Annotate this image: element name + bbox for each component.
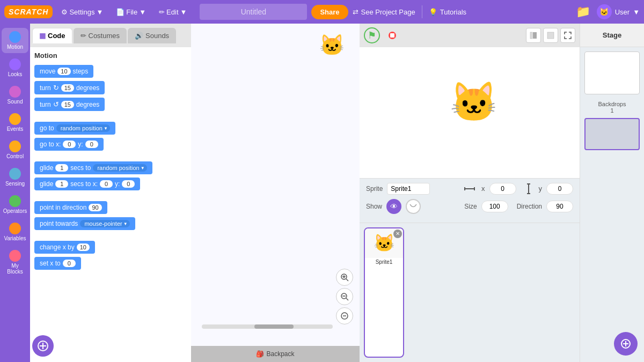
x-value-input[interactable]: [489, 183, 516, 195]
sidebar-label-events: Events: [7, 126, 24, 132]
file-menu[interactable]: 📄 File ▼: [112, 6, 150, 18]
block-glide-pos[interactable]: glide 1 secs to random position: [34, 161, 152, 174]
file-chevron-icon: ▼: [139, 8, 146, 16]
stage-sprite-cat: 🐱: [450, 79, 498, 125]
size-input[interactable]: [481, 201, 508, 212]
add-sprite-button[interactable]: [614, 332, 638, 356]
sidebar-item-motion[interactable]: Motion: [2, 28, 28, 53]
horizontal-scrollbar[interactable]: [202, 324, 333, 329]
block-glide-xy[interactable]: glide 1 secs to x: 0 y: 0: [34, 178, 140, 190]
fullscreen-button[interactable]: [560, 28, 575, 43]
sidebar-item-sound[interactable]: Sound: [2, 83, 28, 108]
sidebar-item-sensing[interactable]: Sensing: [2, 165, 28, 190]
main-area: Motion Looks Sound Events Control Sensin…: [0, 24, 644, 362]
stage-area: ⚑: [360, 24, 580, 362]
direction-input[interactable]: [546, 201, 573, 212]
block-turn-cw[interactable]: turn ↻ 15 degrees: [34, 81, 105, 94]
edit-chevron-icon: ▼: [180, 8, 187, 16]
eye-slash-icon: [409, 204, 417, 209]
backpack-icon: 🎒: [256, 350, 264, 358]
project-title-input[interactable]: [200, 4, 307, 20]
sidebar-item-events[interactable]: Events: [2, 110, 28, 135]
backdrops-label: Backdrops 1: [580, 99, 644, 116]
sidebar-item-myblocks[interactable]: My Blocks: [2, 247, 28, 278]
tutorials-button[interactable]: 💡 Tutorials: [429, 8, 466, 16]
sprite-delete-button[interactable]: ✕: [393, 230, 402, 238]
folder-icon[interactable]: 📁: [576, 5, 590, 19]
sidebar-label-control: Control: [6, 153, 24, 159]
share-button[interactable]: Share: [311, 5, 348, 19]
user-area[interactable]: 🐱 User ▼: [597, 4, 640, 19]
sidebar-item-variables[interactable]: Variables: [2, 219, 28, 245]
stop-button[interactable]: [384, 27, 400, 43]
backdrop-thumbnail[interactable]: [584, 118, 640, 150]
sprites-list: ✕ 🐱 Sprite1: [360, 223, 580, 363]
settings-chevron-icon: ▼: [96, 8, 103, 16]
show-button[interactable]: 👁: [386, 199, 401, 214]
see-project-icon: ⇄: [353, 8, 358, 16]
stage-thumbnail[interactable]: [584, 51, 640, 94]
large-stage-button[interactable]: [543, 28, 558, 43]
scrollbar-thumb: [254, 324, 294, 329]
see-project-button[interactable]: ⇄ See Project Page: [353, 8, 415, 16]
block-goto[interactable]: go to random position: [34, 122, 115, 135]
svg-rect-13: [547, 32, 554, 39]
edit-menu[interactable]: ✏ Edit ▼: [155, 6, 191, 18]
y-value-input[interactable]: [546, 183, 573, 195]
zoom-reset-button[interactable]: [336, 307, 353, 324]
topbar: SCRATCH ⚙ Settings ▼ 📄 File ▼ ✏ Edit ▼ S…: [0, 0, 644, 24]
variables-dot: [9, 223, 21, 234]
svg-line-1: [346, 279, 348, 281]
sidebar-item-control[interactable]: Control: [2, 137, 28, 162]
settings-icon: ⚙: [61, 8, 68, 16]
settings-menu[interactable]: ⚙ Settings ▼: [57, 6, 107, 18]
myblocks-dot: [9, 250, 21, 262]
stop-icon: [388, 31, 397, 40]
edit-icon: ✏: [159, 8, 165, 16]
events-dot: [9, 113, 21, 125]
zoom-in-button[interactable]: [336, 269, 353, 286]
tab-code[interactable]: ▦ Code: [32, 28, 72, 43]
scratch-logo[interactable]: SCRATCH: [4, 5, 53, 18]
sidebar-item-looks[interactable]: Looks: [2, 55, 28, 80]
svg-line-5: [346, 298, 348, 300]
block-move[interactable]: move 10 steps: [34, 65, 93, 78]
block-point-direction[interactable]: point in direction 90: [34, 201, 107, 214]
sidebar-item-operators[interactable]: Operators: [2, 192, 28, 217]
stage-controls: ⚑: [360, 24, 580, 47]
blocks-list: Motion move 10 steps turn ↻ 15 degrees t…: [30, 47, 191, 362]
avatar: 🐱: [597, 4, 612, 19]
user-chevron-icon: ▼: [633, 8, 640, 16]
hide-button[interactable]: [406, 199, 421, 214]
direction-label: Direction: [517, 203, 542, 210]
zoom-out-icon: [340, 292, 349, 301]
sprite-card-name: Sprite1: [365, 258, 403, 266]
zoom-out-button[interactable]: [336, 288, 353, 305]
backpack-bar[interactable]: 🎒 Backpack: [191, 346, 360, 362]
block-turn-ccw[interactable]: turn ↺ 15 degrees: [34, 98, 105, 111]
sprite-label: Sprite: [366, 185, 383, 193]
sidebar-label-variables: Variables: [4, 235, 26, 241]
sidebar: Motion Looks Sound Events Control Sensin…: [0, 24, 30, 362]
small-stage-button[interactable]: [526, 28, 541, 43]
sound-dot: [9, 86, 21, 98]
resize-icon: [464, 185, 475, 193]
green-flag-button[interactable]: ⚑: [364, 27, 380, 43]
block-point-towards[interactable]: point towards mouse-pointer: [34, 217, 135, 230]
script-area[interactable]: 🐱: [191, 24, 360, 346]
fullscreen-icon: [564, 32, 572, 39]
sprite-name-input[interactable]: [387, 183, 430, 195]
sprite-card[interactable]: ✕ 🐱 Sprite1: [364, 227, 404, 358]
block-goto-xy[interactable]: go to x: 0 y: 0: [34, 138, 104, 151]
add-extensions-button[interactable]: [32, 335, 54, 357]
sidebar-label-motion: Motion: [7, 44, 23, 50]
block-change-x[interactable]: change x by 10: [34, 241, 95, 254]
tab-costumes[interactable]: ✏ Costumes: [74, 28, 127, 43]
sounds-tab-icon: 🔊: [135, 32, 143, 40]
block-set-x[interactable]: set x to 0: [34, 257, 81, 270]
large-stage-icon: [547, 32, 554, 39]
top-right-icons: 📁 🐱 User ▼: [576, 4, 640, 19]
right-panel: Stage Backdrops 1: [580, 24, 644, 362]
stage-canvas: 🐱: [360, 47, 580, 178]
tab-sounds[interactable]: 🔊 Sounds: [128, 28, 176, 43]
